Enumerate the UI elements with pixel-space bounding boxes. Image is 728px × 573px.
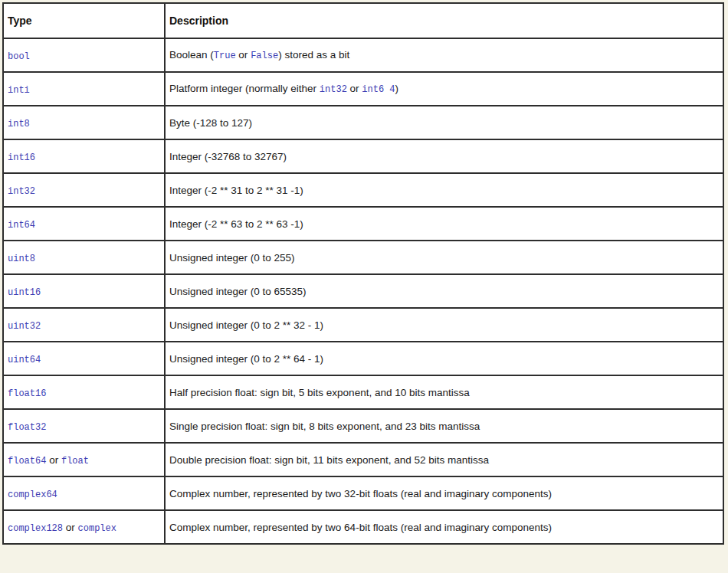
table-header: Type Description <box>3 3 723 38</box>
header-type: Type <box>3 3 165 38</box>
type-cell: int16 <box>3 139 165 173</box>
table-row: float32Single precision float: sign bit,… <box>3 409 723 443</box>
description-cell: Integer (-2 ** 31 to 2 ** 31 -1) <box>165 173 723 207</box>
type-code-span: float16 <box>8 388 46 399</box>
type-code-span: True <box>214 51 236 61</box>
type-code-span: bool <box>8 51 30 62</box>
description-cell: Boolean (True or False) stored as a bit <box>165 38 723 72</box>
table-row: float64 or floatDouble precision float: … <box>3 443 723 476</box>
type-cell: float16 <box>3 375 165 409</box>
text-span: Platform integer (normally either <box>169 83 320 94</box>
type-code-span: int64 <box>8 220 35 231</box>
table-row: complex64Complex number, represented by … <box>3 476 723 510</box>
type-code-span: inti <box>8 85 30 96</box>
types-table: Type Description boolBoolean (True or Fa… <box>2 2 724 545</box>
text-span: or <box>347 83 362 94</box>
type-code-span: float64 <box>8 456 46 467</box>
text-span: Boolean ( <box>169 49 214 61</box>
table-row: int8Byte (-128 to 127) <box>3 106 723 139</box>
text-span: Double precision float: sign bit, 11 bit… <box>169 454 489 466</box>
type-code-span: uint16 <box>8 287 41 298</box>
text-span: Unsigned integer (0 to 255) <box>169 252 295 264</box>
table-row: complex128 or complexComplex number, rep… <box>3 510 723 544</box>
description-cell: Unsigned integer (0 to 255) <box>165 241 723 274</box>
type-cell: complex64 <box>3 476 165 510</box>
header-row: Type Description <box>3 3 723 38</box>
type-code-span: uint32 <box>8 321 41 332</box>
type-cell: bool <box>3 38 165 72</box>
text-span: Integer (-2 ** 31 to 2 ** 31 -1) <box>169 185 303 196</box>
type-code-span: float <box>61 456 89 467</box>
description-cell: Half precision float: sign bit, 5 bits e… <box>165 375 723 409</box>
text-span: or <box>63 522 78 533</box>
text-span: Single precision float: sign bit, 8 bits… <box>169 421 480 432</box>
type-cell: complex128 or complex <box>3 510 165 544</box>
description-cell: Unsigned integer (0 to 2 ** 64 - 1) <box>165 342 723 375</box>
text-span: Unsigned integer (0 to 2 ** 32 - 1) <box>169 319 323 331</box>
table-row: float16Half precision float: sign bit, 5… <box>3 375 723 409</box>
text-span: ) stored as a bit <box>278 49 349 61</box>
description-cell: Byte (-128 to 127) <box>165 106 723 139</box>
type-code-span: False <box>251 51 278 61</box>
type-cell: uint64 <box>3 342 165 375</box>
description-cell: Unsigned integer (0 to 2 ** 32 - 1) <box>165 308 723 342</box>
description-cell: Unsigned integer (0 to 65535) <box>165 274 723 308</box>
table-row: intiPlatform integer (normally either in… <box>3 72 723 106</box>
table-row: int64Integer (-2 ** 63 to 2 ** 63 -1) <box>3 207 723 241</box>
text-span: Byte (-128 to 127) <box>169 117 252 129</box>
table-row: int16Integer (-32768 to 32767) <box>3 139 723 173</box>
text-span: Complex number, represented by two 32-bi… <box>169 488 552 499</box>
text-span: Half precision float: sign bit, 5 bits e… <box>169 387 470 398</box>
type-cell: inti <box>3 72 165 106</box>
type-code-span: int32 <box>320 84 347 95</box>
description-cell: Complex number, represented by two 32-bi… <box>165 476 723 510</box>
description-cell: Double precision float: sign bit, 11 bit… <box>165 443 723 476</box>
description-cell: Complex number, represented by two 64-bi… <box>165 510 723 544</box>
type-cell: int64 <box>3 207 165 241</box>
page: Type Description boolBoolean (True or Fa… <box>0 0 728 545</box>
type-code-span: int32 <box>8 186 35 197</box>
type-code-span: complex <box>78 523 116 534</box>
type-cell: uint8 <box>3 241 165 274</box>
table-row: uint32Unsigned integer (0 to 2 ** 32 - 1… <box>3 308 723 342</box>
type-cell: int32 <box>3 173 165 207</box>
type-code-span: float32 <box>8 422 46 433</box>
description-cell: Single precision float: sign bit, 8 bits… <box>165 409 723 443</box>
type-code-span: int8 <box>8 119 30 129</box>
type-code-span: int16 <box>8 152 35 163</box>
table-row: boolBoolean (True or False) stored as a … <box>3 38 723 72</box>
description-cell: Integer (-2 ** 63 to 2 ** 63 -1) <box>165 207 723 241</box>
type-cell: int8 <box>3 106 165 139</box>
text-span: Unsigned integer (0 to 2 ** 64 - 1) <box>169 353 323 365</box>
type-code-span: int6 4 <box>362 84 395 95</box>
text-span: Complex number, represented by two 64-bi… <box>169 522 552 533</box>
type-cell: float64 or float <box>3 443 165 476</box>
type-code-span: uint8 <box>8 254 35 264</box>
text-span: ) <box>395 83 399 94</box>
text-span: or <box>236 49 251 61</box>
type-cell: float32 <box>3 409 165 443</box>
table-row: uint64Unsigned integer (0 to 2 ** 64 - 1… <box>3 342 723 375</box>
type-code-span: uint64 <box>8 355 41 365</box>
header-description: Description <box>165 3 723 38</box>
text-span: Integer (-2 ** 63 to 2 ** 63 -1) <box>169 218 303 230</box>
type-code-span: complex128 <box>8 523 63 534</box>
type-cell: uint32 <box>3 308 165 342</box>
description-cell: Platform integer (normally either int32 … <box>165 72 723 106</box>
table-row: uint8Unsigned integer (0 to 255) <box>3 241 723 274</box>
table-body: boolBoolean (True or False) stored as a … <box>3 38 723 544</box>
type-code-span: complex64 <box>8 490 57 500</box>
text-span: or <box>46 454 61 466</box>
table-row: uint16Unsigned integer (0 to 65535) <box>3 274 723 308</box>
type-cell: uint16 <box>3 274 165 308</box>
text-span: Unsigned integer (0 to 65535) <box>169 286 307 297</box>
description-cell: Integer (-32768 to 32767) <box>165 139 723 173</box>
table-row: int32Integer (-2 ** 31 to 2 ** 31 -1) <box>3 173 723 207</box>
text-span: Integer (-32768 to 32767) <box>169 151 287 162</box>
